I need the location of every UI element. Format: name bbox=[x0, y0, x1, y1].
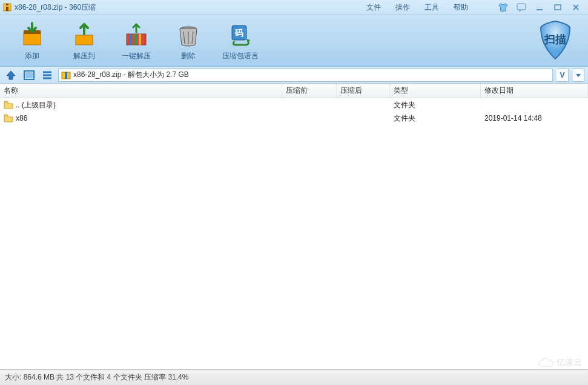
list-item[interactable]: .. (上级目录) 文件夹 bbox=[0, 98, 588, 112]
svg-rect-14 bbox=[139, 34, 141, 45]
col-name-header[interactable]: 名称 bbox=[0, 84, 282, 98]
col-before-header[interactable]: 压缩前 bbox=[282, 84, 337, 98]
archive-file-icon bbox=[2, 2, 12, 12]
language-icon: 码 bbox=[226, 21, 255, 50]
menu-help[interactable]: 帮助 bbox=[454, 2, 468, 13]
column-headers: 名称 压缩前 压缩后 类型 修改日期 bbox=[0, 84, 588, 98]
svg-rect-3 bbox=[517, 4, 526, 10]
maximize-button[interactable] bbox=[552, 2, 564, 12]
view-list-icon[interactable] bbox=[40, 69, 55, 82]
window-controls bbox=[497, 2, 582, 12]
svg-rect-8 bbox=[24, 33, 41, 45]
window-title: x86-28_r08.zip - 360压缩 bbox=[15, 2, 96, 13]
svg-rect-2 bbox=[6, 5, 8, 7]
address-history-dropdown[interactable] bbox=[572, 69, 584, 82]
scan-shield-button[interactable]: 扫描 bbox=[533, 19, 577, 62]
add-label: 添加 bbox=[25, 51, 39, 61]
folder-icon bbox=[4, 114, 13, 122]
one-click-icon bbox=[122, 21, 151, 50]
svg-rect-1 bbox=[6, 4, 8, 11]
title-bar: x86-28_r08.zip - 360压缩 文件 操作 工具 帮助 bbox=[0, 0, 588, 15]
delete-label: 删除 bbox=[181, 51, 196, 61]
address-bar[interactable]: x86-28_r08.zip - 解包大小为 2.7 GB bbox=[58, 69, 553, 82]
svg-rect-10 bbox=[76, 35, 93, 45]
menu-operate[interactable]: 操作 bbox=[395, 2, 410, 13]
feedback-icon[interactable] bbox=[515, 2, 527, 12]
folder-icon bbox=[4, 101, 13, 109]
one-click-extract-button[interactable]: 一键解压 bbox=[110, 17, 162, 64]
add-button[interactable]: 添加 bbox=[6, 17, 58, 64]
skin-icon[interactable] bbox=[497, 2, 509, 12]
language-label: 压缩包语言 bbox=[222, 51, 259, 61]
one-click-label: 一键解压 bbox=[122, 51, 151, 61]
list-item[interactable]: x86 文件夹 2019-01-14 14:48 bbox=[0, 112, 588, 125]
address-v-dropdown[interactable]: V bbox=[557, 69, 569, 82]
up-arrow-icon[interactable] bbox=[4, 69, 18, 82]
col-after-header[interactable]: 压缩后 bbox=[337, 84, 390, 98]
col-date-header[interactable]: 修改日期 bbox=[481, 84, 588, 98]
status-bar: 大小: 864.6 MB 共 13 个文件和 4 个文件夹 压缩率 31.4% bbox=[0, 369, 588, 385]
svg-rect-13 bbox=[134, 34, 136, 45]
svg-rect-23 bbox=[25, 72, 33, 78]
view-icons-icon[interactable] bbox=[22, 69, 36, 82]
svg-rect-12 bbox=[129, 34, 131, 45]
minimize-button[interactable] bbox=[533, 2, 546, 12]
add-box-icon bbox=[18, 21, 47, 50]
svg-marker-29 bbox=[576, 74, 581, 77]
file-name: .. (上级目录) bbox=[16, 100, 56, 110]
scan-label: 扫描 bbox=[544, 33, 566, 45]
trash-icon bbox=[174, 21, 203, 50]
extract-to-label: 解压到 bbox=[73, 51, 95, 61]
menu-bar: 文件 操作 工具 帮助 bbox=[366, 2, 586, 13]
file-date: 2019-01-14 14:48 bbox=[481, 114, 588, 122]
svg-rect-5 bbox=[555, 5, 561, 10]
file-type: 文件夹 bbox=[390, 100, 481, 110]
delete-button[interactable]: 删除 bbox=[162, 17, 214, 64]
svg-text:码: 码 bbox=[234, 28, 243, 38]
status-text: 大小: 864.6 MB 共 13 个文件和 4 个文件夹 压缩率 31.4% bbox=[5, 372, 188, 383]
svg-rect-28 bbox=[65, 72, 67, 79]
close-button[interactable] bbox=[570, 2, 582, 12]
address-text: x86-28_r08.zip - 解包大小为 2.7 GB bbox=[73, 70, 189, 80]
menu-file[interactable]: 文件 bbox=[366, 2, 381, 13]
extract-to-button[interactable]: 解压到 bbox=[58, 17, 110, 64]
file-type: 文件夹 bbox=[390, 113, 481, 124]
menu-tool[interactable]: 工具 bbox=[424, 2, 439, 13]
extract-to-icon bbox=[70, 21, 99, 50]
archive-small-icon bbox=[61, 70, 71, 80]
file-name: x86 bbox=[16, 114, 27, 122]
col-type-header[interactable]: 类型 bbox=[390, 84, 481, 98]
main-toolbar: 添加 解压到 一键解压 删除 码 压缩包语言 扫描 bbox=[0, 15, 588, 67]
file-list: .. (上级目录) 文件夹 x86 文件夹 2019-01-14 14:48 bbox=[0, 98, 588, 369]
path-bar: x86-28_r08.zip - 解包大小为 2.7 GB V bbox=[0, 67, 588, 84]
watermark-cloud-icon: 亿速云 bbox=[538, 357, 582, 368]
language-button[interactable]: 码 压缩包语言 bbox=[214, 17, 266, 64]
